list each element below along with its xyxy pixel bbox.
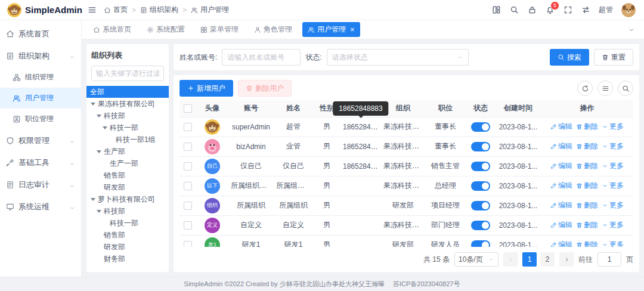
delete-user-button[interactable]: 删除用户	[238, 80, 292, 97]
delete-link[interactable]: 删除	[576, 161, 598, 171]
status-toggle[interactable]	[471, 142, 490, 151]
tree-node-10[interactable]: 科技部	[86, 205, 169, 217]
row-checkbox[interactable]	[184, 182, 192, 190]
breadcrumb-item-2[interactable]: 用户管理	[191, 5, 229, 15]
tab-0[interactable]: 系统首页	[88, 22, 137, 37]
tree-node-6[interactable]: 生产一部	[86, 157, 169, 169]
sidebar-subitem-1-1[interactable]: 用户管理	[0, 88, 81, 109]
more-link[interactable]: 更多	[602, 122, 624, 132]
cell-position: 项目经理	[425, 196, 466, 215]
edit-link[interactable]: 编辑	[550, 161, 572, 171]
sidebar-item-3[interactable]: 基础工具	[0, 151, 81, 174]
name-filter-input[interactable]	[222, 49, 301, 66]
status-filter-select[interactable]: 请选择状态	[327, 49, 469, 66]
edit-link[interactable]: 编辑	[550, 220, 572, 230]
tree-node-3[interactable]: 科技一部	[86, 122, 169, 134]
logo[interactable]: SimpleAdmin	[0, 3, 82, 17]
sidebar-item-5[interactable]: 系统运维	[0, 196, 81, 218]
reset-button[interactable]: 重置	[594, 49, 633, 66]
search-button[interactable]: 搜索	[550, 49, 589, 66]
breadcrumb-item-1[interactable]: 组织架构	[140, 5, 178, 15]
row-checkbox[interactable]	[184, 202, 192, 210]
add-user-button[interactable]: 新增用户	[179, 80, 233, 97]
sidebar-subitem-1-2[interactable]: 职位管理	[0, 109, 81, 129]
row-checkbox[interactable]	[184, 123, 192, 131]
tree-node-14[interactable]: 财务部	[86, 253, 169, 265]
more-link[interactable]: 更多	[602, 220, 624, 230]
goto-page-input[interactable]	[597, 252, 621, 267]
tab-close-icon[interactable]: ×	[350, 26, 355, 33]
sidebar-item-1[interactable]: 组织架构	[0, 45, 81, 67]
prev-page-button[interactable]	[503, 252, 518, 267]
tree-node-2[interactable]: 科技部	[86, 110, 169, 122]
row-checkbox[interactable]	[184, 221, 192, 230]
tree-node-9[interactable]: 萝卜科技有限公司	[86, 193, 169, 205]
row-checkbox[interactable]	[184, 143, 192, 151]
sidebar-item-0[interactable]: 系统首页	[0, 23, 81, 45]
caret-down-icon	[96, 150, 102, 153]
status-toggle[interactable]	[471, 181, 490, 191]
tree-node-7[interactable]: 销售部	[86, 169, 169, 181]
bell-icon[interactable]: 5	[546, 5, 555, 14]
row-checkbox[interactable]	[184, 162, 192, 171]
more-link[interactable]: 更多	[602, 141, 624, 151]
org-filter-input[interactable]	[91, 66, 164, 81]
tree-node-1[interactable]: 果冻科技有限公司	[86, 98, 169, 110]
cell-org: 研发部	[381, 235, 425, 247]
more-link[interactable]: 更多	[602, 240, 624, 247]
delete-link[interactable]: 删除	[576, 181, 598, 191]
edit-link[interactable]: 编辑	[550, 122, 572, 132]
next-page-button[interactable]	[559, 252, 574, 267]
sidebar-subitem-1-0[interactable]: 组织管理	[0, 67, 81, 88]
fullscreen-icon[interactable]	[564, 5, 572, 14]
row-checkbox[interactable]	[184, 241, 192, 247]
page-size-select[interactable]: 10条/页	[454, 252, 499, 267]
delete-link[interactable]: 删除	[576, 240, 598, 247]
delete-link[interactable]: 删除	[576, 200, 598, 210]
sidebar-item-4[interactable]: 日志审计	[0, 174, 81, 196]
search-icon[interactable]	[510, 5, 519, 14]
sidebar-item-2[interactable]: 权限管理	[0, 129, 81, 151]
swap-icon[interactable]	[581, 5, 590, 14]
column-settings-button[interactable]	[597, 81, 613, 96]
select-all-checkbox[interactable]	[184, 104, 192, 113]
delete-link[interactable]: 删除	[576, 122, 598, 132]
username[interactable]: 超管	[599, 5, 613, 15]
tab-options-button[interactable]	[625, 23, 638, 36]
status-toggle[interactable]	[471, 201, 490, 210]
more-link[interactable]: 更多	[602, 181, 624, 191]
tab-1[interactable]: 系统配置	[141, 22, 190, 37]
tree-node-0[interactable]: 全部	[86, 86, 169, 98]
status-toggle[interactable]	[471, 240, 490, 247]
tree-node-5[interactable]: 生产部	[86, 146, 169, 157]
more-link[interactable]: 更多	[602, 161, 624, 171]
status-toggle[interactable]	[471, 122, 490, 132]
tree-node-8[interactable]: 研发部	[86, 181, 169, 193]
tree-node-11[interactable]: 科技一部	[86, 217, 169, 229]
tree-node-13[interactable]: 研发部	[86, 241, 169, 253]
hamburger-icon[interactable]	[88, 5, 97, 14]
status-toggle[interactable]	[471, 221, 490, 230]
layout-icon[interactable]	[492, 5, 501, 14]
page-1-button[interactable]: 1	[522, 252, 537, 267]
footer-icp-link[interactable]: 苏ICP备2023040827号	[393, 280, 460, 289]
tree-node-12[interactable]: 销售部	[86, 229, 169, 241]
delete-link[interactable]: 删除	[576, 220, 598, 230]
delete-link[interactable]: 删除	[576, 141, 598, 151]
tree-node-4[interactable]: 科技一部1组	[86, 134, 169, 146]
edit-link[interactable]: 编辑	[550, 240, 572, 247]
status-toggle[interactable]	[471, 162, 490, 171]
tab-2[interactable]: 菜单管理	[195, 22, 244, 37]
lock-icon[interactable]	[528, 5, 537, 14]
table-search-button[interactable]	[618, 81, 633, 96]
edit-link[interactable]: 编辑	[550, 200, 572, 210]
tab-4[interactable]: 用户管理×	[302, 22, 360, 37]
more-link[interactable]: 更多	[602, 200, 624, 210]
edit-link[interactable]: 编辑	[550, 181, 572, 191]
tab-3[interactable]: 角色管理	[249, 22, 298, 37]
user-avatar[interactable]	[621, 3, 636, 17]
edit-link[interactable]: 编辑	[550, 141, 572, 151]
breadcrumb-item-0[interactable]: 首页	[104, 5, 128, 15]
page-2-button[interactable]: 2	[540, 252, 555, 267]
refresh-button[interactable]	[577, 81, 593, 96]
